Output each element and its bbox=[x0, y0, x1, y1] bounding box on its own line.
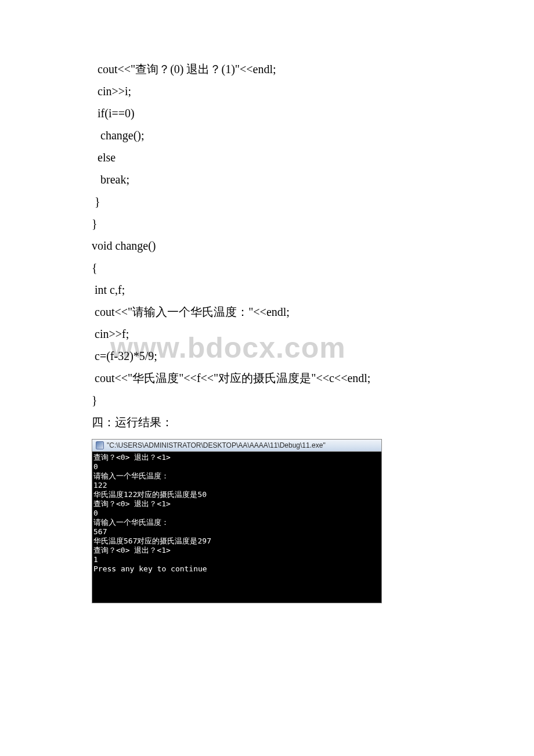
code-line: int c,f; bbox=[92, 279, 450, 301]
code-line: c=(f-32)*5/9; bbox=[92, 345, 450, 367]
console-line: 请输入一个华氏温度： bbox=[93, 518, 380, 527]
code-line: cin>>i; bbox=[92, 80, 450, 102]
console-line: 122 bbox=[93, 481, 380, 490]
console-line: Press any key to continue bbox=[93, 564, 380, 574]
code-line: cout<<"请输入一个华氏温度："<<endl; bbox=[92, 301, 450, 323]
document-body: cout<<"查询？(0) 退出？(1)"<<endl; cin>>i; if(… bbox=[0, 0, 534, 627]
console-line: 华氏温度122对应的摄氏温度是50 bbox=[93, 490, 380, 499]
console-line: 0 bbox=[93, 509, 380, 518]
section-heading: 四：运行结果： bbox=[92, 411, 450, 433]
code-line: void change() bbox=[92, 235, 450, 257]
console-line: 查询？<0> 退出？<1> bbox=[93, 453, 380, 462]
code-line: cout<<"查询？(0) 退出？(1)"<<endl; bbox=[92, 58, 450, 80]
console-output: 查询？<0> 退出？<1> 0 请输入一个华氏温度： 122 华氏温度122对应… bbox=[92, 452, 381, 603]
console-line: 查询？<0> 退出？<1> bbox=[93, 499, 380, 509]
code-line: } bbox=[92, 389, 450, 411]
console-line: 华氏温度567对应的摄氏温度是297 bbox=[93, 537, 380, 546]
code-line: } bbox=[92, 190, 450, 213]
code-line: { bbox=[92, 257, 450, 279]
code-line: change(); bbox=[92, 124, 450, 146]
console-line: 请输入一个华氏温度： bbox=[93, 471, 380, 481]
console-line: 1 bbox=[93, 555, 380, 564]
console-titlebar: "C:\USERS\ADMINISTRATOR\DESKTOP\AA\AAAA\… bbox=[92, 440, 381, 452]
console-line: 查询？<0> 退出？<1> bbox=[93, 546, 380, 555]
code-line: cin>>f; bbox=[92, 323, 450, 345]
code-line: if(i==0) bbox=[92, 102, 450, 124]
code-line: cout<<"华氏温度"<<f<<"对应的摄氏温度是"<<c<<endl; bbox=[92, 367, 450, 389]
code-line: else bbox=[92, 146, 450, 168]
console-line: 567 bbox=[93, 527, 380, 537]
console-line: 0 bbox=[93, 462, 380, 471]
app-icon bbox=[96, 441, 104, 449]
code-line: break; bbox=[92, 168, 450, 190]
console-title: "C:\USERS\ADMINISTRATOR\DESKTOP\AA\AAAA\… bbox=[107, 441, 326, 449]
console-window: "C:\USERS\ADMINISTRATOR\DESKTOP\AA\AAAA\… bbox=[92, 439, 382, 603]
code-line: } bbox=[92, 213, 450, 235]
